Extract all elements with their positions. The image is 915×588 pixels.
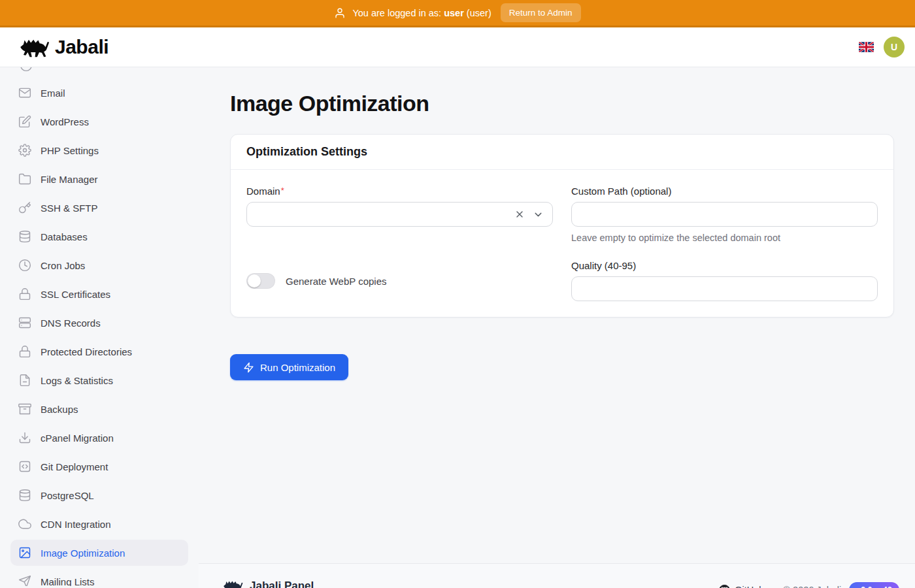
sidebar-item-label: Logs & Statistics xyxy=(41,375,113,386)
user-avatar[interactable]: U xyxy=(884,37,905,57)
clipped-previous-item-icon xyxy=(20,67,33,74)
brand: Jabali xyxy=(18,35,108,59)
webp-toggle-group: Generate WebP copies xyxy=(246,273,553,289)
header-actions: U xyxy=(859,37,905,57)
sidebar-item-protected-directories[interactable]: Protected Directories xyxy=(10,338,188,365)
sidebar-item-label: cPanel Migration xyxy=(41,433,114,444)
footer-boar-logo-icon xyxy=(222,578,243,588)
github-icon xyxy=(719,585,730,588)
sidebar-item-email[interactable]: Email xyxy=(10,80,188,106)
image-icon xyxy=(18,546,31,559)
sidebar-item-git-deployment[interactable]: Git Deployment xyxy=(10,453,188,480)
footer-links: GitHub · © 2026 Jabali v2.0-rc42 xyxy=(719,582,899,588)
sidebar-item-label: CDN Integration xyxy=(41,519,111,530)
database-icon xyxy=(18,230,31,243)
domain-field-group: Domain* xyxy=(246,186,553,227)
sidebar-item-label: Image Optimization xyxy=(41,547,125,559)
return-to-admin-button[interactable]: Return to Admin xyxy=(501,3,581,22)
database-icon xyxy=(18,489,31,502)
sidebar-item-postgresql[interactable]: PostgreSQL xyxy=(10,482,188,508)
key-icon xyxy=(18,201,31,214)
archive-icon xyxy=(18,402,31,416)
login-status-message: You are logged in as: user (user) xyxy=(334,7,491,19)
card-header: Optimization Settings xyxy=(231,135,893,170)
sidebar-item-label: Backups xyxy=(41,404,78,415)
card-body: Domain* Custom Path (optional) Leave xyxy=(231,170,893,317)
sidebar-item-label: WordPress xyxy=(41,116,89,127)
lock-icon xyxy=(18,287,31,301)
run-optimization-button[interactable]: Run Optimization xyxy=(230,354,348,380)
toggle-knob xyxy=(248,274,261,287)
download-icon xyxy=(18,431,31,444)
domain-select[interactable] xyxy=(246,202,553,227)
generate-webp-toggle[interactable] xyxy=(246,273,275,289)
uk-flag-language-icon[interactable] xyxy=(859,42,874,52)
sidebar-item-label: PHP Settings xyxy=(41,145,99,156)
app-header: Jabali U xyxy=(0,27,915,67)
sidebar-item-label: SSH & SFTP xyxy=(41,203,98,214)
sidebar-item-cdn-integration[interactable]: CDN Integration xyxy=(10,511,188,537)
sidebar-item-databases[interactable]: Databases xyxy=(10,223,188,250)
sidebar-item-label: SSL Certificates xyxy=(41,289,110,300)
sidebar-item-ssh-sftp[interactable]: SSH & SFTP xyxy=(10,195,188,221)
cloud-icon xyxy=(18,517,31,531)
sidebar-item-label: Git Deployment xyxy=(41,461,108,472)
sidebar-item-label: File Manager xyxy=(41,174,98,185)
sidebar-nav: EmailWordPressPHP SettingsFile ManagerSS… xyxy=(0,67,199,586)
file-text-icon xyxy=(18,374,31,387)
boar-logo-icon xyxy=(18,35,50,59)
page-title: Image Optimization xyxy=(230,90,894,116)
github-link-label: GitHub xyxy=(735,585,764,588)
sidebar-item-cron-jobs[interactable]: Cron Jobs xyxy=(10,252,188,278)
sidebar-item-label: PostgreSQL xyxy=(41,490,94,501)
card-title: Optimization Settings xyxy=(246,145,367,158)
sidebar-item-image-optimization[interactable]: Image Optimization xyxy=(10,540,188,566)
sidebar-item-label: Email xyxy=(41,88,65,99)
sidebar-item-dns-records[interactable]: DNS Records xyxy=(10,310,188,336)
lightning-icon xyxy=(243,362,254,373)
folder-icon xyxy=(18,172,31,186)
sidebar-item-logs-statistics[interactable]: Logs & Statistics xyxy=(10,367,188,393)
github-link[interactable]: GitHub xyxy=(719,585,764,588)
clear-selection-icon[interactable] xyxy=(514,209,525,220)
clock-icon xyxy=(18,259,31,272)
footer-copyright: © 2026 Jabali xyxy=(783,585,841,588)
sidebar-item-label: Cron Jobs xyxy=(41,260,85,271)
version-badge: v2.0-rc42 xyxy=(849,582,899,588)
domain-label: Domain* xyxy=(246,186,553,197)
edit-icon xyxy=(18,115,31,128)
page-footer: Jabali Panel GitHub · © 2026 Jabali v2.0… xyxy=(199,563,915,588)
login-message-text: You are logged in as: user (user) xyxy=(352,8,491,18)
sidebar-item-wordpress[interactable]: WordPress xyxy=(10,108,188,135)
lock-icon xyxy=(18,345,31,358)
logged-in-username: user xyxy=(444,8,464,18)
sidebar-item-mailing-lists[interactable]: Mailing Lists xyxy=(10,568,188,586)
sidebar-item-label: DNS Records xyxy=(41,318,101,329)
sidebar-item-label: Mailing Lists xyxy=(41,576,95,587)
sidebar-item-cpanel-migration[interactable]: cPanel Migration xyxy=(10,425,188,451)
custom-path-input[interactable] xyxy=(571,202,878,227)
impersonation-banner: You are logged in as: user (user) Return… xyxy=(0,0,915,27)
code-box-icon xyxy=(18,460,31,473)
optimization-settings-card: Optimization Settings Domain* xyxy=(230,134,894,318)
page-shell: EmailWordPressPHP SettingsFile ManagerSS… xyxy=(0,67,915,586)
sidebar-items: EmailWordPressPHP SettingsFile ManagerSS… xyxy=(10,80,188,586)
sidebar-item-file-manager[interactable]: File Manager xyxy=(10,166,188,192)
sidebar-item-backups[interactable]: Backups xyxy=(10,396,188,422)
chevron-down-icon[interactable] xyxy=(533,209,544,220)
sidebar-item-php-settings[interactable]: PHP Settings xyxy=(10,137,188,163)
footer-brand: Jabali Panel xyxy=(222,578,314,588)
mail-icon xyxy=(18,86,31,99)
user-icon xyxy=(334,7,346,19)
quality-field-group: Quality (40-95) xyxy=(571,260,878,301)
sidebar-item-label: Protected Directories xyxy=(41,346,132,357)
custom-path-field-group: Custom Path (optional) Leave empty to op… xyxy=(571,186,878,243)
sidebar-item-ssl-certificates[interactable]: SSL Certificates xyxy=(10,281,188,307)
custom-path-label: Custom Path (optional) xyxy=(571,186,878,197)
run-button-label: Run Optimization xyxy=(260,362,335,373)
gear-icon xyxy=(18,144,31,157)
webp-toggle-label: Generate WebP copies xyxy=(286,276,387,287)
quality-input[interactable] xyxy=(571,276,878,301)
custom-path-hint: Leave empty to optimize the selected dom… xyxy=(571,233,878,243)
sidebar-item-label: Databases xyxy=(41,231,88,242)
